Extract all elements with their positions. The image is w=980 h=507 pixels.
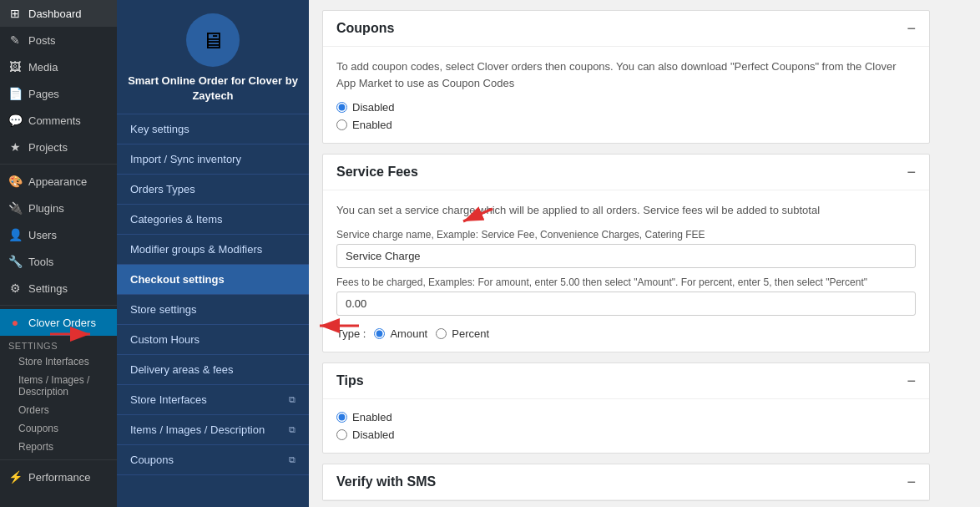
projects-label: Projects: [28, 141, 68, 154]
coupons-disabled-option[interactable]: Disabled: [336, 101, 916, 114]
users-icon: 👤: [8, 228, 22, 241]
charge-name-input[interactable]: [336, 244, 916, 268]
settings-item[interactable]: ⚙ Settings: [0, 275, 117, 302]
plugin-header: 🖥 Smart Online Order for Clover by Zayte…: [117, 0, 309, 114]
type-row: Type : Amount Percent: [336, 327, 916, 340]
dashboard-item[interactable]: ⊞ Dashboard: [0, 0, 117, 27]
tips-card-body: Enabled Disabled: [323, 399, 929, 453]
plugin-logo-icon: 🖥: [201, 27, 225, 54]
coupons-title: Coupons: [336, 21, 394, 36]
external-link-icon-2: ⧉: [289, 424, 296, 435]
projects-icon: ★: [8, 140, 22, 154]
tips-enabled-label: Enabled: [352, 411, 392, 423]
service-fees-card-header: Service Fees −: [323, 155, 929, 190]
clover-orders-item[interactable]: ● Clover Orders: [0, 309, 117, 336]
reports-sub[interactable]: Reports: [0, 438, 117, 456]
performance-icon: ⚡: [8, 470, 22, 484]
comments-label: Comments: [28, 114, 81, 127]
clover-orders-label: Clover Orders: [28, 317, 96, 329]
wp-admin-sidebar: ⊞ Dashboard ✎ Posts 🖼 Media 📄 Pages 💬 Co…: [0, 0, 117, 507]
verify-sms-card: Verify with SMS −: [322, 464, 930, 501]
verify-sms-card-header: Verify with SMS −: [323, 464, 929, 500]
plugin-menu-key-settings[interactable]: Key settings: [117, 114, 309, 144]
store-interfaces-sub[interactable]: Store Interfaces: [0, 352, 117, 371]
plugin-title: Smart Online Order for Clover by Zaytech: [125, 74, 301, 104]
tools-item[interactable]: 🔧 Tools: [0, 248, 117, 275]
coupons-sub[interactable]: Coupons: [0, 419, 117, 438]
pages-icon: 📄: [8, 87, 22, 100]
service-fees-card: Service Fees − You can set a service cha…: [322, 154, 930, 352]
settings-label: Settings: [28, 282, 68, 295]
coupons-collapse-button[interactable]: −: [907, 21, 916, 36]
tips-card-header: Tips −: [323, 363, 929, 399]
tips-radio-group: Enabled Disabled: [336, 411, 916, 441]
service-fees-description: You can set a service charge which will …: [336, 202, 916, 219]
media-item[interactable]: 🖼 Media: [0, 53, 117, 80]
plugins-item[interactable]: 🔌 Plugins: [0, 195, 117, 221]
settings-icon: ⚙: [8, 281, 22, 295]
tips-disabled-label: Disabled: [352, 428, 395, 441]
plugin-logo: 🖥: [186, 13, 240, 67]
posts-label: Posts: [28, 34, 56, 47]
plugin-menu-categories-items[interactable]: Categories & Items: [117, 205, 309, 235]
plugin-menu-custom-hours[interactable]: Custom Hours: [117, 325, 309, 355]
tips-title: Tips: [336, 373, 364, 388]
plugin-menu-modifier-groups[interactable]: Modifier groups & Modifiers: [117, 235, 309, 265]
service-fees-title: Service Fees: [336, 165, 418, 180]
dashboard-icon: ⊞: [8, 7, 22, 20]
sidebar-divider-1: [0, 164, 117, 165]
media-label: Media: [28, 61, 58, 74]
type-percent-option[interactable]: Percent: [436, 327, 489, 340]
pages-label: Pages: [28, 88, 59, 100]
comments-icon: 💬: [8, 114, 22, 127]
plugin-sidebar: 🖥 Smart Online Order for Clover by Zayte…: [117, 0, 309, 507]
users-label: Users: [28, 229, 57, 241]
tips-disabled-option[interactable]: Disabled: [336, 428, 916, 441]
orders-sub[interactable]: Orders: [0, 401, 117, 419]
media-icon: 🖼: [8, 60, 22, 74]
appearance-label: Appearance: [28, 175, 87, 188]
performance-item[interactable]: ⚡ Performance: [0, 464, 117, 490]
plugin-menu-store-interfaces[interactable]: Store Interfaces ⧉: [117, 385, 309, 415]
charge-name-label: Service charge name, Example: Service Fe…: [336, 229, 916, 241]
verify-sms-collapse-button[interactable]: −: [907, 474, 916, 489]
posts-item[interactable]: ✎ Posts: [0, 27, 117, 53]
coupons-radio-group: Disabled Enabled: [336, 101, 916, 131]
external-link-icon-3: ⧉: [289, 454, 296, 465]
settings-section-label: Settings: [0, 336, 117, 352]
items-images-sub[interactable]: Items / Images / Description: [0, 371, 117, 401]
projects-item[interactable]: ★ Projects: [0, 134, 117, 160]
tools-icon: 🔧: [8, 255, 22, 268]
plugin-menu-coupons[interactable]: Coupons ⧉: [117, 445, 309, 475]
type-amount-option[interactable]: Amount: [374, 327, 427, 340]
tips-enabled-option[interactable]: Enabled: [336, 411, 916, 423]
plugins-icon: 🔌: [8, 201, 22, 215]
plugin-menu-import-sync[interactable]: Import / Sync inventory: [117, 144, 309, 175]
comments-item[interactable]: 💬 Comments: [0, 107, 117, 134]
tips-card: Tips − Enabled Disabled: [322, 363, 930, 454]
sidebar-divider-2: [0, 305, 117, 306]
plugins-label: Plugins: [28, 202, 64, 215]
appearance-item[interactable]: 🎨 Appearance: [0, 168, 117, 195]
coupons-description: To add coupon codes, select Clover order…: [336, 58, 916, 91]
pages-item[interactable]: 📄 Pages: [0, 80, 117, 107]
performance-label: Performance: [28, 471, 90, 484]
coupons-card: Coupons − To add coupon codes, select Cl…: [322, 10, 930, 144]
service-fees-collapse-button[interactable]: −: [907, 165, 916, 180]
coupons-card-body: To add coupon codes, select Clover order…: [323, 47, 929, 143]
fees-input[interactable]: [336, 292, 916, 316]
users-item[interactable]: 👤 Users: [0, 221, 117, 248]
clover-orders-icon: ●: [8, 316, 22, 329]
plugin-menu-delivery-areas[interactable]: Delivery areas & fees: [117, 355, 309, 385]
plugin-menu-checkout-settings[interactable]: Checkout settings: [117, 265, 309, 295]
coupons-enabled-option[interactable]: Enabled: [336, 119, 916, 131]
coupons-disabled-label: Disabled: [352, 101, 395, 114]
appearance-icon: 🎨: [8, 175, 22, 188]
plugin-menu-items-images[interactable]: Items / Images / Description ⧉: [117, 415, 309, 445]
sidebar-divider-3: [0, 459, 117, 460]
plugin-menu-orders-types[interactable]: Orders Types: [117, 175, 309, 205]
coupons-card-header: Coupons −: [323, 11, 929, 47]
plugin-menu-store-settings[interactable]: Store settings: [117, 295, 309, 325]
main-content: Coupons − To add coupon codes, select Cl…: [309, 0, 980, 507]
tips-collapse-button[interactable]: −: [907, 373, 916, 388]
